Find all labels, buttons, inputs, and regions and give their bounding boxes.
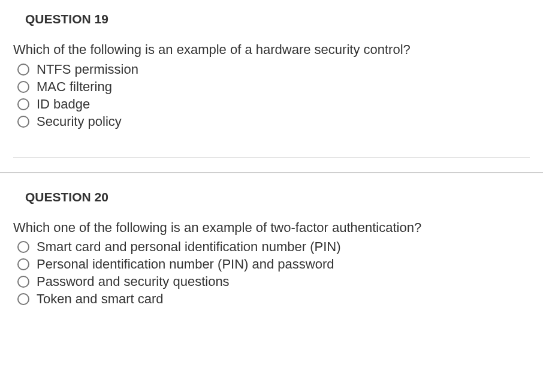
option-row: Security policy: [17, 115, 530, 128]
option-row: Personal identification number (PIN) and…: [17, 258, 530, 271]
radio-icon[interactable]: [17, 80, 30, 94]
question-block-19: QUESTION 19 Which of the following is an…: [0, 12, 543, 128]
svg-point-0: [18, 64, 29, 75]
option-label: Smart card and personal identification n…: [37, 240, 340, 254]
option-label: Personal identification number (PIN) and…: [37, 258, 334, 271]
question-prompt: Which one of the following is an example…: [13, 219, 530, 237]
divider: [13, 157, 530, 158]
radio-icon[interactable]: [17, 240, 30, 254]
quiz-page: QUESTION 19 Which of the following is an…: [0, 12, 543, 306]
radio-icon[interactable]: [17, 115, 30, 128]
options-group: Smart card and personal identification n…: [17, 240, 530, 306]
svg-point-4: [18, 242, 29, 252]
option-label: NTFS permission: [37, 63, 138, 76]
svg-point-6: [18, 276, 29, 287]
option-row: MAC filtering: [17, 80, 530, 94]
radio-icon[interactable]: [17, 63, 30, 76]
option-row: Smart card and personal identification n…: [17, 240, 530, 254]
option-row: NTFS permission: [17, 63, 530, 76]
svg-point-2: [18, 99, 29, 110]
svg-point-3: [18, 116, 29, 127]
option-label: ID badge: [37, 98, 90, 111]
question-block-20: QUESTION 20 Which one of the following i…: [0, 190, 543, 306]
option-row: Token and smart card: [17, 293, 530, 306]
radio-icon[interactable]: [17, 258, 30, 271]
question-prompt: Which of the following is an example of …: [13, 41, 530, 59]
option-label: Token and smart card: [37, 293, 164, 306]
option-label: Security policy: [37, 115, 122, 128]
radio-icon[interactable]: [17, 275, 30, 288]
option-label: MAC filtering: [37, 80, 112, 94]
question-heading: QUESTION 20: [25, 190, 530, 204]
radio-icon[interactable]: [17, 293, 30, 306]
svg-point-7: [18, 294, 29, 304]
svg-point-5: [18, 259, 29, 270]
svg-point-1: [18, 82, 29, 92]
option-label: Password and security questions: [37, 275, 230, 288]
options-group: NTFS permission MAC filtering ID badge S…: [17, 63, 530, 128]
option-row: Password and security questions: [17, 275, 530, 288]
option-row: ID badge: [17, 98, 530, 111]
question-heading: QUESTION 19: [25, 12, 530, 26]
section-divider: [0, 172, 543, 173]
radio-icon[interactable]: [17, 98, 30, 111]
